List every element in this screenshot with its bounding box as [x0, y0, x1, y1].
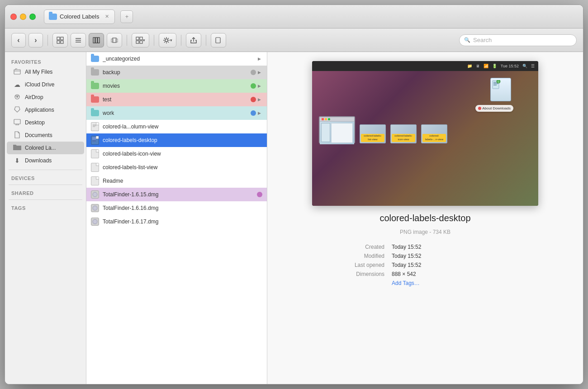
share-button[interactable]	[186, 33, 201, 47]
list-item[interactable]: TotalFinder-1.6.15.dmg	[86, 188, 267, 201]
tags-section-label: Tags	[5, 203, 86, 212]
sidebar-item-label: Desktop	[25, 119, 45, 126]
list-item[interactable]: _uncategorized ▶	[86, 52, 267, 66]
list-item[interactable]: colored-labels-icon-view	[86, 147, 267, 161]
meta-row-last-opened: Last opened Today 15:52	[330, 261, 520, 270]
mini-file-preview: ↻	[490, 78, 511, 101]
column-view-button[interactable]	[89, 33, 104, 47]
file-name: Readme	[103, 178, 262, 184]
sidebar-item-label: Colored La...	[25, 145, 56, 151]
list-view-button[interactable]	[71, 33, 86, 47]
meta-row-modified: Modified Today 15:52	[330, 251, 520, 261]
svg-rect-28	[14, 70, 20, 74]
sidebar-item-icloud-drive[interactable]: ☁ iCloud Drive	[7, 78, 84, 91]
doc-icon	[91, 122, 99, 131]
tag-button[interactable]	[211, 33, 226, 47]
search-box[interactable]: 🔍 Search	[459, 34, 577, 46]
sidebar-item-desktop[interactable]: Desktop	[7, 116, 84, 129]
finder-window: Colored Labels ✕ +	[5, 5, 583, 384]
toolbar-separator-1	[47, 35, 48, 46]
forward-button[interactable]	[28, 33, 43, 47]
back-icon	[17, 36, 19, 44]
minimize-button[interactable]	[20, 14, 26, 20]
close-button[interactable]	[10, 14, 17, 20]
file-name: colored-la...olumn-view	[103, 123, 262, 130]
sidebar: Favorites All My Files ☁ iCloud Drive Ai…	[5, 52, 86, 384]
active-tab[interactable]: Colored Labels ✕	[44, 9, 115, 24]
label-dot	[257, 192, 262, 197]
svg-line-24	[168, 38, 169, 39]
svg-rect-13	[136, 37, 139, 40]
folder-icon	[91, 69, 99, 76]
expand-arrow: ▶	[258, 84, 262, 88]
add-tags-button[interactable]: Add Tags…	[392, 280, 420, 286]
coverflow-button[interactable]	[107, 33, 122, 47]
arrange-button[interactable]: ▾	[132, 33, 149, 47]
label-dot	[251, 70, 256, 75]
sidebar-item-all-my-files[interactable]: All My Files	[7, 66, 84, 78]
list-item[interactable]: test ▶	[86, 93, 267, 106]
list-item[interactable]: colored-la...olumn-view	[86, 120, 267, 133]
svg-rect-3	[61, 41, 63, 43]
sidebar-item-downloads[interactable]: ⬇ Downloads	[7, 154, 84, 167]
mini-search-icon: 🔍	[522, 64, 527, 68]
sidebar-item-applications[interactable]: Applications	[7, 104, 84, 116]
tab-close-button[interactable]: ✕	[104, 14, 110, 20]
list-item[interactable]: TotalFinder-1.6.17.dmg	[86, 215, 267, 228]
svg-rect-16	[140, 41, 142, 43]
list-item[interactable]: Readme	[86, 174, 267, 188]
folder-icon	[91, 110, 99, 116]
mini-menu-bar: 📁 🖥 📶 🔋 Tue 15:52 🔍 ☰	[312, 61, 538, 71]
all-my-files-icon	[13, 68, 21, 76]
file-name: TotalFinder-1.6.17.dmg	[103, 218, 262, 225]
back-button[interactable]	[11, 33, 26, 47]
sidebar-item-colored-labels[interactable]: Colored La...	[7, 142, 84, 154]
title-bar: Colored Labels ✕ +	[5, 5, 583, 28]
mini-thumb-2: colored-labels-icon-view	[390, 124, 417, 143]
colored-labels-folder-icon	[13, 144, 21, 152]
thumb1-label: colored-labels-list-view	[361, 134, 384, 142]
sidebar-item-airdrop[interactable]: AirDrop	[7, 91, 84, 104]
mini-battery-icon: 🔋	[492, 64, 497, 68]
mini-time: Tue 15:52	[501, 64, 519, 68]
mini-thumbnails: colored-labels-list-view colored-labels-…	[319, 116, 447, 143]
svg-line-23	[168, 42, 169, 43]
file-name: colored-labels-icon-view	[103, 151, 262, 157]
action-dropdown-arrow: ▾	[170, 38, 172, 43]
doc-icon	[91, 136, 99, 145]
sidebar-item-label: iCloud Drive	[25, 81, 54, 88]
mini-doc-icon: ↻	[492, 80, 501, 90]
meta-label: Modified	[330, 253, 384, 259]
file-name: colored-labels-desktop	[103, 137, 262, 143]
sidebar-item-documents[interactable]: Documents	[7, 129, 84, 142]
list-item[interactable]: colored-labels-list-view	[86, 161, 267, 174]
meta-value: Today 15:52	[392, 244, 421, 250]
meta-row-tags: Add Tags…	[330, 279, 520, 288]
svg-rect-44	[92, 140, 96, 142]
svg-rect-15	[136, 41, 139, 43]
maximize-button[interactable]	[29, 14, 36, 20]
list-item[interactable]: movies ▶	[86, 79, 267, 93]
preview-metadata: Created Today 15:52 Modified Today 15:52…	[330, 242, 520, 288]
list-item[interactable]: work ▶	[86, 106, 267, 120]
new-tab-button[interactable]: +	[120, 10, 133, 23]
list-item[interactable]: backup ▶	[86, 66, 267, 79]
mini-wifi-icon: 📶	[484, 64, 488, 68]
mini-selected-window	[319, 116, 355, 143]
search-icon: 🔍	[464, 37, 470, 43]
list-item[interactable]: colored-labels-desktop	[86, 133, 267, 147]
file-name: work	[103, 110, 251, 116]
action-button[interactable]: ▾	[159, 33, 176, 47]
meta-value: Today 15:52	[392, 262, 421, 268]
list-item[interactable]: TotalFinder-1.6.16.dmg	[86, 201, 267, 215]
label-dot	[251, 83, 256, 89]
desktop-icon	[13, 119, 21, 127]
sidebar-item-label: Documents	[25, 132, 52, 138]
badge-label: About Downloads	[482, 106, 511, 110]
expand-arrow: ▶	[258, 70, 262, 75]
svg-rect-50	[493, 83, 498, 84]
svg-point-33	[16, 96, 18, 98]
icon-view-button[interactable]	[52, 33, 68, 47]
folder-icon	[91, 83, 99, 89]
folder-icon	[91, 56, 99, 62]
